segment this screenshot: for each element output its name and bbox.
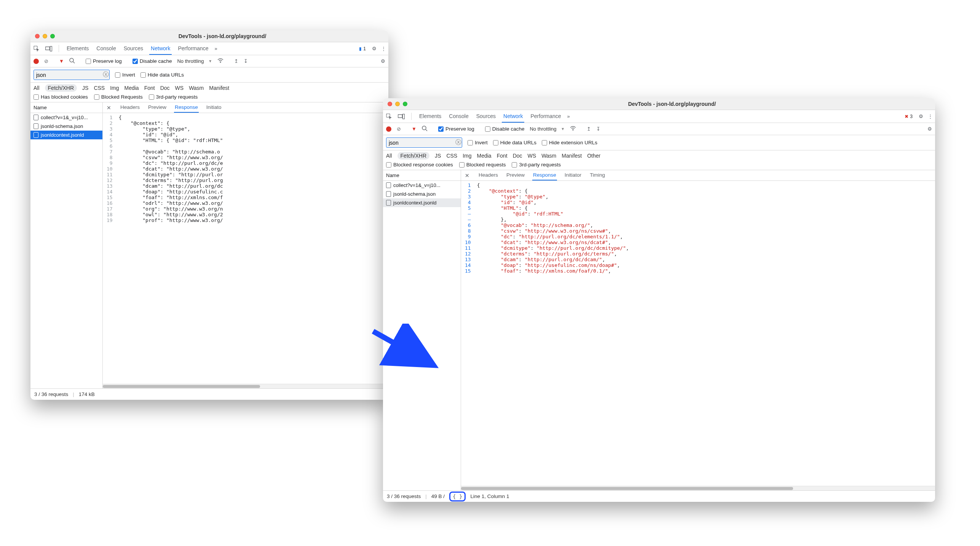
upload-icon[interactable]: ↥ <box>587 126 591 132</box>
inspect-icon[interactable] <box>33 45 40 53</box>
type-all[interactable]: All <box>386 153 392 159</box>
request-row[interactable]: jsonldcontext.jsonld <box>30 131 102 139</box>
blocked-requests-checkbox[interactable]: Blocked Requests <box>94 94 143 100</box>
tab-elements[interactable]: Elements <box>65 42 90 55</box>
throttling-select[interactable]: No throttling ▼ <box>177 58 212 64</box>
type-img[interactable]: Img <box>463 153 471 159</box>
filter-input[interactable]: ⓧ <box>386 137 462 148</box>
close-icon[interactable] <box>35 34 40 38</box>
h-scrollbar[interactable] <box>103 384 388 388</box>
minimize-icon[interactable] <box>395 102 400 106</box>
type-font[interactable]: Font <box>144 85 155 91</box>
type-wasm[interactable]: Wasm <box>541 153 556 159</box>
tab-console[interactable]: Console <box>447 110 470 123</box>
more-tabs-icon[interactable]: » <box>567 113 570 119</box>
download-icon[interactable]: ↧ <box>244 58 248 64</box>
code-content[interactable]: { "@context": { "type": "@type", "id": "… <box>474 181 935 486</box>
tab-network[interactable]: Network <box>502 110 524 123</box>
type-media[interactable]: Media <box>477 153 492 159</box>
type-other[interactable]: Other <box>587 153 600 159</box>
type-manifest[interactable]: Manifest <box>209 85 229 91</box>
h-scrollbar[interactable] <box>461 486 935 490</box>
network-settings-icon[interactable]: ⚙ <box>381 58 385 64</box>
invert-checkbox[interactable]: Invert <box>468 140 488 145</box>
device-toggle-icon[interactable] <box>45 45 53 53</box>
inspect-icon[interactable] <box>385 113 393 120</box>
dtab-initiator[interactable]: Initiato <box>206 102 222 113</box>
preserve-log-checkbox[interactable]: Preserve log <box>438 126 474 132</box>
type-ws[interactable]: WS <box>528 153 536 159</box>
device-toggle-icon[interactable] <box>397 113 405 120</box>
clear-icon[interactable]: ⊘ <box>397 126 401 132</box>
throttling-select[interactable]: No throttling ▼ <box>530 126 565 132</box>
request-row[interactable]: collect?v=1&_v=j10... <box>383 181 461 190</box>
blocked-response-cookies-checkbox[interactable]: Blocked response cookies <box>386 162 453 168</box>
more-tabs-icon[interactable]: » <box>215 46 217 51</box>
type-js[interactable]: JS <box>435 153 441 159</box>
menu-icon[interactable]: ⋮ <box>928 113 933 119</box>
settings-icon[interactable]: ⚙ <box>919 113 923 119</box>
dtab-headers[interactable]: Headers <box>120 102 140 113</box>
blocked-requests-checkbox[interactable]: Blocked requests <box>459 162 506 168</box>
maximize-icon[interactable] <box>403 102 407 106</box>
tab-sources[interactable]: Sources <box>475 110 497 123</box>
invert-checkbox[interactable]: Invert <box>115 72 135 78</box>
filter-text[interactable] <box>36 72 103 78</box>
dtab-preview[interactable]: Preview <box>147 102 167 113</box>
dtab-response[interactable]: Response <box>174 102 199 113</box>
type-font[interactable]: Font <box>497 153 508 159</box>
disable-cache-checkbox[interactable]: Disable cache <box>132 58 172 64</box>
filter-toggle-icon[interactable]: ▼ <box>412 126 417 132</box>
clear-filter-icon[interactable]: ⓧ <box>455 139 461 147</box>
search-icon[interactable] <box>422 126 428 133</box>
record-button[interactable] <box>386 126 391 132</box>
response-body[interactable]: 1 2 3 4 5 – – 6 8 9 10 11 12 13 14 15 { … <box>461 181 935 486</box>
third-party-checkbox[interactable]: 3rd-party requests <box>512 162 561 168</box>
minimize-icon[interactable] <box>43 34 47 38</box>
search-icon[interactable] <box>69 58 75 65</box>
type-fetch-xhr[interactable]: Fetch/XHR <box>397 152 429 160</box>
tab-sources[interactable]: Sources <box>122 42 145 55</box>
errors-badge[interactable]: ✖3 <box>903 114 914 119</box>
filter-toggle-icon[interactable]: ▼ <box>59 58 64 64</box>
request-row[interactable]: jsonld-schema.json <box>30 122 102 131</box>
maximize-icon[interactable] <box>50 34 55 38</box>
dtab-preview[interactable]: Preview <box>506 170 525 180</box>
type-all[interactable]: All <box>34 85 40 91</box>
type-css[interactable]: CSS <box>94 85 105 91</box>
type-fetch-xhr[interactable]: Fetch/XHR <box>45 84 77 92</box>
preserve-log-checkbox[interactable]: Preserve log <box>86 58 122 64</box>
request-row[interactable]: collect?v=1&_v=j10... <box>30 113 102 122</box>
has-blocked-cookies-checkbox[interactable]: Has blocked cookies <box>34 94 88 100</box>
upload-icon[interactable]: ↥ <box>234 58 238 64</box>
type-media[interactable]: Media <box>124 85 139 91</box>
download-icon[interactable]: ↧ <box>596 126 600 132</box>
pretty-print-button[interactable]: { } <box>449 492 466 501</box>
close-detail-icon[interactable]: ✕ <box>463 172 471 179</box>
type-js[interactable]: JS <box>82 85 88 91</box>
wifi-icon[interactable] <box>217 58 223 64</box>
type-img[interactable]: Img <box>110 85 119 91</box>
dtab-response[interactable]: Response <box>532 170 557 180</box>
third-party-checkbox[interactable]: 3rd-party requests <box>149 94 198 100</box>
clear-icon[interactable]: ⊘ <box>44 58 48 64</box>
filter-input[interactable]: ⓧ <box>34 70 110 80</box>
disable-cache-checkbox[interactable]: Disable cache <box>485 126 525 132</box>
type-doc[interactable]: Doc <box>513 153 522 159</box>
hide-data-urls-checkbox[interactable]: Hide data URLs <box>493 140 536 145</box>
hide-extension-urls-checkbox[interactable]: Hide extension URLs <box>542 140 597 145</box>
tab-performance[interactable]: Performance <box>529 110 562 123</box>
traffic-lights[interactable] <box>35 34 55 38</box>
settings-icon[interactable]: ⚙ <box>372 46 377 51</box>
tab-network[interactable]: Network <box>149 42 172 55</box>
name-header[interactable]: Name <box>383 170 461 181</box>
wifi-icon[interactable] <box>570 126 576 132</box>
close-icon[interactable] <box>388 102 392 106</box>
tab-performance[interactable]: Performance <box>176 42 210 55</box>
record-button[interactable] <box>34 59 39 64</box>
close-detail-icon[interactable]: ✕ <box>105 105 113 111</box>
tab-elements[interactable]: Elements <box>418 110 443 123</box>
issues-badge[interactable]: ▮1 <box>358 46 367 51</box>
type-css[interactable]: CSS <box>446 153 457 159</box>
clear-filter-icon[interactable]: ⓧ <box>103 71 109 79</box>
